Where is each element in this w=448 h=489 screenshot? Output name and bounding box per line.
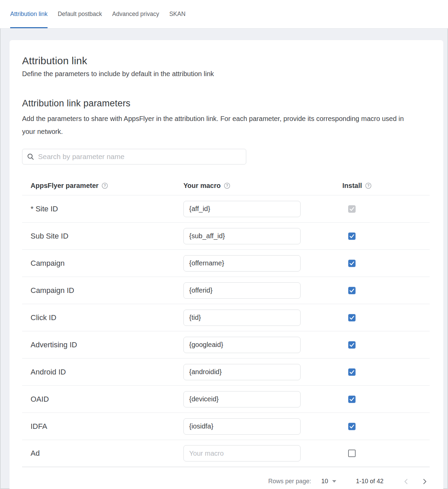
rows-per-page-value: 10 (321, 478, 328, 485)
svg-text:?: ? (367, 184, 370, 188)
macro-input[interactable] (183, 255, 301, 272)
table-row: Android ID (22, 358, 430, 385)
column-header-label: Your macro (183, 182, 221, 190)
search-box[interactable] (22, 149, 246, 164)
macro-input[interactable] (183, 310, 301, 326)
help-icon[interactable]: ? (224, 182, 230, 189)
table-row: Ad (22, 440, 430, 467)
table-row: Sub Site ID (22, 222, 430, 249)
column-header-label: AppsFlyer parameter (31, 182, 98, 190)
macro-input[interactable] (183, 282, 301, 299)
parameters-table: AppsFlyer parameter ? Your macro ? Insta… (22, 176, 430, 467)
help-icon[interactable]: ? (102, 182, 108, 189)
check-icon (348, 205, 355, 213)
tab-label: Advanced privacy (112, 11, 159, 18)
install-checkbox[interactable] (348, 368, 356, 376)
check-icon (348, 423, 355, 430)
parameter-label: Click ID (22, 313, 183, 322)
chevron-right-icon (421, 478, 428, 485)
settings-tabbar: Attribution link Default postback Advanc… (0, 0, 448, 29)
tab-advanced-privacy[interactable]: Advanced privacy (112, 0, 159, 28)
install-checkbox[interactable] (348, 396, 356, 403)
tab-default-postback[interactable]: Default postback (58, 0, 102, 28)
parameter-label: Ad (22, 449, 183, 458)
parameter-label: Campaign ID (22, 286, 183, 295)
install-checkbox[interactable] (348, 287, 356, 294)
parameter-label: Android ID (22, 368, 183, 377)
table-row: Campaign (22, 249, 430, 277)
check-icon (348, 232, 355, 240)
table-row: * Site ID (22, 195, 430, 222)
parameter-label: Sub Site ID (22, 232, 183, 241)
search-input[interactable] (38, 153, 241, 161)
column-header-install: Install ? (326, 182, 430, 190)
check-icon (348, 287, 355, 294)
tab-label: Attribution link (10, 11, 48, 18)
check-icon (348, 396, 355, 403)
tab-label: Default postback (58, 11, 102, 18)
chevron-left-icon (402, 478, 410, 485)
macro-input[interactable] (183, 391, 301, 407)
rows-per-page-select[interactable]: 10 (321, 478, 336, 485)
tab-label: SKAN (169, 11, 185, 18)
parameter-label: * Site ID (22, 205, 183, 213)
svg-text:?: ? (104, 184, 106, 188)
parameter-label: Campaign (22, 259, 183, 268)
tab-skan[interactable]: SKAN (169, 0, 185, 28)
parameter-label: Advertising ID (22, 340, 183, 349)
section-description: Add the parameters to share with AppsFly… (22, 112, 408, 138)
install-checkbox[interactable] (348, 232, 356, 240)
svg-text:?: ? (226, 184, 228, 188)
install-checkbox[interactable] (348, 314, 356, 321)
install-checkbox[interactable] (348, 450, 356, 457)
attribution-link-card: Attribution link Define the parameters t… (10, 40, 443, 489)
page-subtitle: Define the parameters to include by defa… (22, 70, 430, 78)
table-row: Advertising ID (22, 331, 430, 358)
table-row: OAID (22, 385, 430, 413)
table-body: * Site ID Sub Site ID (22, 195, 430, 467)
rows-per-page-label: Rows per page: (268, 478, 311, 485)
chevron-down-icon (332, 480, 336, 483)
macro-input[interactable] (183, 364, 301, 380)
macro-input[interactable] (183, 445, 301, 461)
check-icon (348, 341, 355, 349)
table-row: Click ID (22, 304, 430, 331)
table-footer: Rows per page: 10 1-10 of 42 (22, 467, 430, 489)
column-header-parameter: AppsFlyer parameter ? (22, 182, 183, 190)
macro-input[interactable] (183, 337, 301, 353)
macro-input[interactable] (183, 201, 301, 217)
install-checkbox (348, 205, 356, 213)
search-icon (27, 153, 34, 160)
parameter-label: IDFA (22, 422, 183, 431)
macro-input[interactable] (183, 228, 301, 244)
section-title: Attribution link parameters (22, 98, 430, 109)
tab-attribution-link[interactable]: Attribution link (10, 0, 48, 28)
install-checkbox[interactable] (348, 423, 356, 430)
table-row: Campaign ID (22, 277, 430, 304)
page-title: Attribution link (22, 40, 430, 67)
parameter-label: OAID (22, 395, 183, 404)
next-page-button[interactable] (419, 476, 430, 487)
table-header-row: AppsFlyer parameter ? Your macro ? Insta… (22, 176, 430, 195)
install-checkbox[interactable] (348, 260, 356, 267)
table-row: IDFA (22, 413, 430, 440)
page-background: Attribution link Define the parameters t… (0, 29, 448, 489)
check-icon (348, 314, 355, 321)
help-icon[interactable]: ? (365, 182, 372, 189)
macro-input[interactable] (183, 418, 301, 435)
previous-page-button[interactable] (401, 476, 411, 487)
column-header-label: Install (342, 182, 362, 190)
check-icon (348, 260, 355, 267)
check-icon (348, 368, 355, 376)
pagination-range: 1-10 of 42 (356, 478, 383, 485)
install-checkbox[interactable] (348, 341, 356, 349)
column-header-macro: Your macro ? (183, 182, 326, 190)
